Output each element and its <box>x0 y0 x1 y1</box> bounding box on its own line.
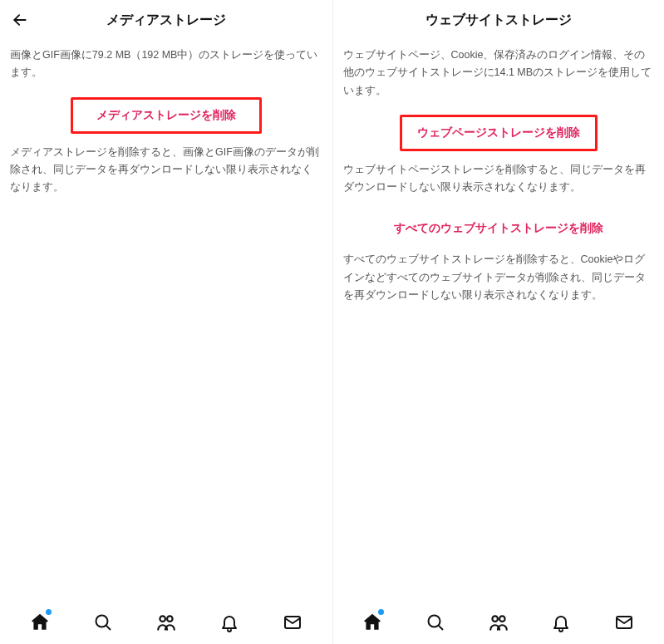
people-icon <box>488 612 509 633</box>
delete-media-storage-button[interactable]: メディアストレージを削除 <box>71 97 262 134</box>
svg-line-7 <box>439 626 443 630</box>
content: ウェブサイトページ、Cookie、保存済みのログイン情報、その他のウェブサイトス… <box>333 40 665 601</box>
people-icon <box>155 612 177 633</box>
delete-webpage-storage-button[interactable]: ウェブページストレージを削除 <box>400 115 598 151</box>
content: 画像とGIF画像に79.2 MB（192 MB中）のストレージを使っています。 … <box>0 40 332 601</box>
bottom-nav <box>0 601 332 644</box>
svg-point-9 <box>499 616 505 622</box>
header: メディアストレージ <box>0 0 332 40</box>
page-title: ウェブサイトストレージ <box>333 12 665 29</box>
notification-dot <box>46 609 52 615</box>
svg-point-4 <box>167 616 173 622</box>
pane-website-storage: ウェブサイトストレージ ウェブサイトページ、Cookie、保存済みのログイン情報… <box>332 0 665 644</box>
bell-icon <box>219 612 239 632</box>
intro-text: ウェブサイトページ、Cookie、保存済みのログイン情報、その他のウェブサイトス… <box>343 47 655 100</box>
action-wrap: メディアストレージを削除 <box>10 97 322 134</box>
nav-search[interactable] <box>417 604 454 641</box>
back-button[interactable] <box>8 8 32 32</box>
svg-point-8 <box>492 616 498 622</box>
delete-all-website-storage-button[interactable]: すべてのウェブサイトストレージを削除 <box>343 214 655 243</box>
all-description-text: すべてのウェブサイトストレージを削除すると、Cookieやログインなどすべてのウ… <box>343 251 655 304</box>
action-wrap: ウェブページストレージを削除 <box>343 115 655 151</box>
description-text: ウェブサイトページストレージを削除すると、同じデータを再ダウンロードしない限り表… <box>343 161 655 197</box>
nav-home[interactable] <box>354 604 391 641</box>
description-text: メディアストレージを削除すると、画像とGIF画像のデータが削除され、同じデータを… <box>10 144 322 197</box>
svg-line-2 <box>106 626 110 630</box>
nav-people[interactable] <box>148 604 184 641</box>
nav-home[interactable] <box>22 604 58 641</box>
nav-messages[interactable] <box>606 604 642 641</box>
svg-point-1 <box>96 616 107 627</box>
search-icon <box>425 612 445 632</box>
page-title: メディアストレージ <box>0 12 332 29</box>
svg-point-3 <box>160 616 165 622</box>
nav-search[interactable] <box>85 604 121 641</box>
svg-point-6 <box>429 616 440 627</box>
intro-text: 画像とGIF画像に79.2 MB（192 MB中）のストレージを使っています。 <box>10 47 322 82</box>
bell-icon <box>551 612 571 632</box>
nav-notifications[interactable] <box>543 604 579 641</box>
header: ウェブサイトストレージ <box>333 0 665 40</box>
arrow-left-icon <box>12 12 28 28</box>
nav-people[interactable] <box>480 604 517 641</box>
envelope-icon <box>614 612 634 632</box>
nav-notifications[interactable] <box>211 604 248 641</box>
search-icon <box>93 612 113 632</box>
pane-media-storage: メディアストレージ 画像とGIF画像に79.2 MB（192 MB中）のストレー… <box>0 0 332 644</box>
bottom-nav <box>333 601 665 644</box>
nav-messages[interactable] <box>274 604 311 641</box>
envelope-icon <box>283 612 302 632</box>
